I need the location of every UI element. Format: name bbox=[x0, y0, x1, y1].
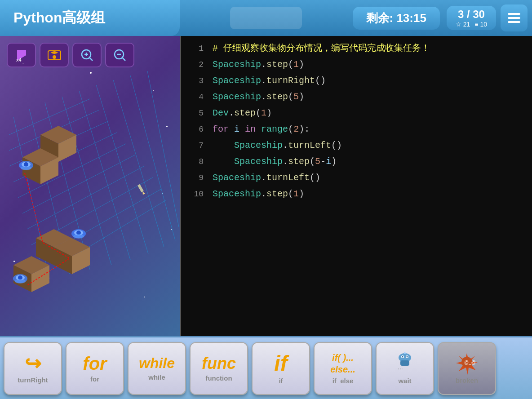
bottom-toolbar: ↪ turnRight for for while while func fun… bbox=[0, 336, 532, 399]
code-line-5: 5 Dev.step(1) bbox=[181, 105, 532, 121]
code-line-3: 3 Spaceship.turnRight() bbox=[181, 73, 532, 89]
menu-button[interactable] bbox=[501, 4, 528, 31]
svg-point-64 bbox=[407, 356, 408, 357]
broken-button[interactable]: @_@ broken bbox=[438, 342, 496, 395]
code-content-2: Spaceship.step(1) bbox=[213, 57, 304, 73]
ifelse-icon: if( )...else... bbox=[330, 352, 355, 375]
svg-line-10 bbox=[122, 58, 125, 61]
search-placeholder bbox=[230, 7, 302, 29]
if-label: if bbox=[279, 377, 283, 385]
progress-main: 3 / 30 bbox=[456, 8, 487, 21]
center-area bbox=[180, 7, 353, 29]
menu-line-3 bbox=[508, 21, 520, 23]
svg-text:x4: x4 bbox=[16, 57, 22, 62]
svg-point-63 bbox=[402, 356, 403, 357]
svg-line-7 bbox=[89, 58, 93, 61]
for-button[interactable]: for for bbox=[66, 342, 124, 395]
line-num-1: 1 bbox=[186, 40, 204, 57]
turnright-button[interactable]: ↪ turnRight bbox=[4, 342, 62, 395]
isometric-game-board bbox=[0, 36, 180, 336]
code-line-7: 7 Spaceship.turnLeft() bbox=[181, 137, 532, 154]
line-num-3: 3 bbox=[186, 73, 204, 89]
code-content-7: Spaceship.turnLeft() bbox=[213, 137, 342, 154]
code-content-1: # 仔细观察收集物分布情况，编写代码完成收集任务！ bbox=[213, 40, 430, 57]
svg-point-48 bbox=[21, 166, 31, 170]
code-content-3: Spaceship.turnRight() bbox=[213, 73, 326, 89]
progress-area: 3 / 30 ☆ 21 ≡ 10 bbox=[447, 6, 496, 30]
speed-button[interactable]: x4 bbox=[7, 43, 36, 67]
code-content-6: for i in range(2): bbox=[213, 121, 310, 137]
svg-rect-57 bbox=[137, 184, 144, 193]
svg-line-11 bbox=[9, 99, 90, 135]
code-line-9: 9 Spaceship.turnLeft() bbox=[181, 170, 532, 186]
code-line-2: 2 Spaceship.step(1) bbox=[181, 57, 532, 73]
game-toolbar: x4 bbox=[7, 43, 134, 67]
code-line-10: 10 Spaceship.step(1) bbox=[181, 186, 532, 202]
svg-point-52 bbox=[73, 234, 84, 239]
wait-label: wait bbox=[398, 377, 411, 385]
timer-display: 剩余: 13:15 bbox=[366, 10, 426, 26]
ifelse-button[interactable]: if( )...else... if_else bbox=[314, 342, 372, 395]
code-line-4: 4 Spaceship.step(5) bbox=[181, 89, 532, 105]
menu-line-1 bbox=[508, 13, 520, 15]
line-num-7: 7 bbox=[186, 137, 204, 154]
for-icon: for bbox=[83, 354, 106, 373]
map-button[interactable] bbox=[40, 43, 69, 67]
line-num-4: 4 bbox=[186, 89, 204, 105]
svg-text:...: ... bbox=[398, 364, 403, 371]
zoom-out-button[interactable] bbox=[105, 43, 134, 67]
header: Python高级组 剩余: 13:15 3 / 30 ☆ 21 ≡ 10 bbox=[0, 0, 532, 36]
code-content-4: Spaceship.step(5) bbox=[213, 89, 304, 105]
svg-point-56 bbox=[15, 279, 26, 284]
code-content-8: Spaceship.step(5-i) bbox=[213, 154, 337, 170]
function-icon: func bbox=[202, 355, 236, 372]
star-count: ☆ 21 bbox=[456, 21, 470, 28]
task-count: ≡ 10 bbox=[474, 21, 487, 28]
svg-line-25 bbox=[79, 91, 130, 260]
for-label: for bbox=[90, 375, 99, 383]
code-line-6: 6 for i in range(2): bbox=[181, 121, 532, 137]
wait-icon: ... bbox=[394, 352, 416, 374]
code-content-10: Spaceship.step(1) bbox=[213, 186, 304, 202]
game-area: x4 bbox=[0, 36, 180, 336]
progress-sub: ☆ 21 ≡ 10 bbox=[456, 21, 487, 28]
function-label: function bbox=[205, 374, 232, 382]
title-area: Python高级组 bbox=[0, 0, 180, 36]
code-line-8: 8 Spaceship.step(5-i) bbox=[181, 154, 532, 170]
ifelse-label: if_else bbox=[332, 377, 354, 385]
turnright-label: turnRight bbox=[18, 376, 48, 384]
code-lines: 1 # 仔细观察收集物分布情况，编写代码完成收集任务！ 2 Spaceship.… bbox=[181, 36, 532, 207]
while-label: while bbox=[148, 373, 165, 381]
code-editor[interactable]: 1 # 仔细观察收集物分布情况，编写代码完成收集任务！ 2 Spaceship.… bbox=[180, 36, 532, 336]
if-button[interactable]: if if bbox=[252, 342, 310, 395]
svg-point-66 bbox=[404, 352, 406, 354]
code-line-1: 1 # 仔细观察收集物分布情况，编写代码完成收集任务！ bbox=[181, 40, 532, 57]
code-content-5: Dev.step(1) bbox=[213, 105, 272, 121]
svg-point-3 bbox=[53, 55, 56, 59]
if-icon: if bbox=[274, 352, 287, 376]
svg-line-29 bbox=[147, 71, 179, 227]
svg-text:@_@: @_@ bbox=[464, 360, 476, 365]
timer-area: 剩余: 13:15 bbox=[353, 7, 440, 30]
line-num-8: 8 bbox=[186, 154, 204, 170]
line-num-6: 6 bbox=[186, 121, 204, 137]
line-num-2: 2 bbox=[186, 57, 204, 73]
line-num-5: 5 bbox=[186, 105, 204, 121]
turnright-icon: ↪ bbox=[25, 353, 41, 374]
line-num-9: 9 bbox=[186, 170, 204, 186]
while-button[interactable]: while while bbox=[128, 342, 186, 395]
line-num-10: 10 bbox=[186, 186, 204, 202]
broken-label: broken bbox=[456, 377, 478, 384]
broken-icon: @_@ bbox=[453, 352, 480, 375]
wait-button[interactable]: ... wait bbox=[376, 342, 434, 395]
function-button[interactable]: func function bbox=[190, 342, 248, 395]
main-content: x4 bbox=[0, 36, 532, 336]
menu-line-2 bbox=[508, 17, 520, 19]
while-icon: while bbox=[139, 355, 175, 371]
page-title: Python高级组 bbox=[13, 8, 105, 28]
zoom-in-button[interactable] bbox=[72, 43, 102, 67]
code-content-9: Spaceship.turnLeft() bbox=[213, 170, 320, 186]
